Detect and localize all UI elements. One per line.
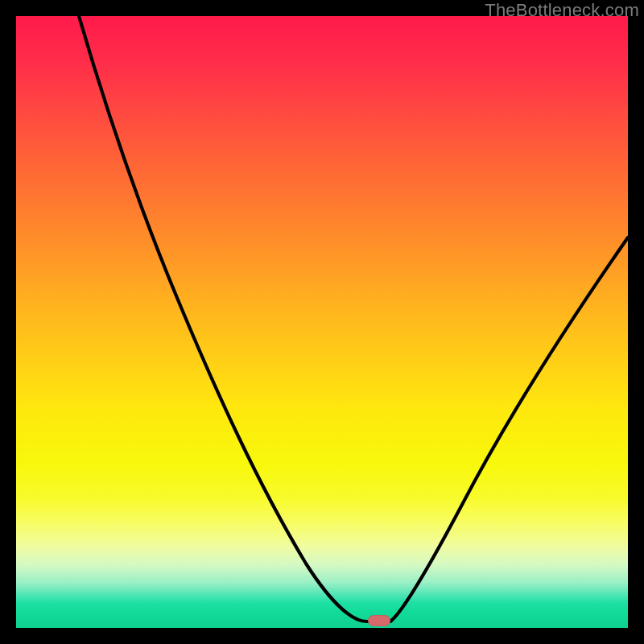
- trough-marker: [368, 615, 390, 626]
- plot-area: [16, 16, 628, 628]
- bottleneck-curve: [16, 16, 628, 628]
- chart-stage: TheBottleneck.com: [0, 0, 644, 644]
- attribution-text: TheBottleneck.com: [485, 0, 639, 21]
